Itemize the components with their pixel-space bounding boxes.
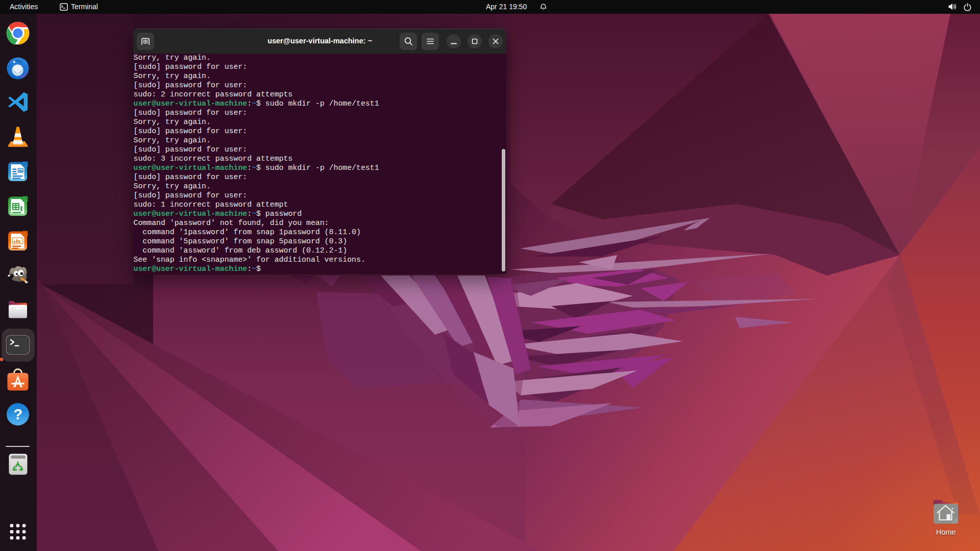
svg-text:?: ?: [13, 406, 22, 422]
